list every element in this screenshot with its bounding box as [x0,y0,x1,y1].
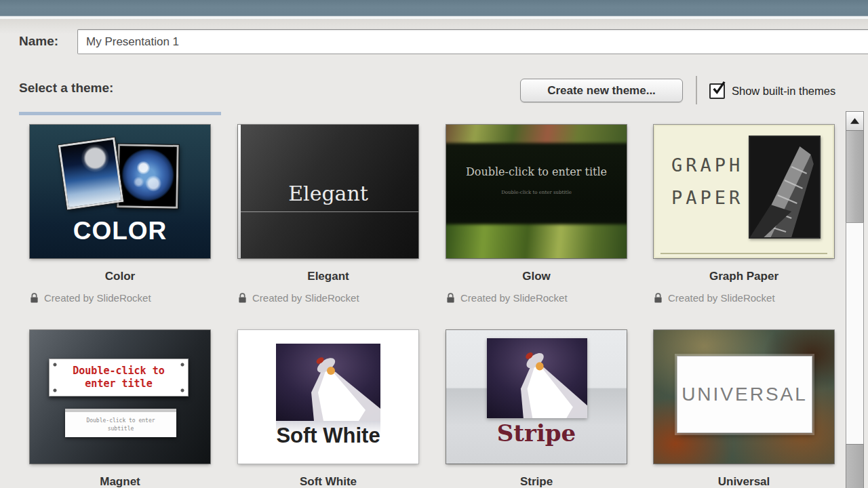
lock-icon [238,293,247,304]
byline-text: Created by SlideRocket [44,292,151,304]
window-top-bar [0,0,868,16]
theme-byline: Created by SlideRocket [446,292,627,304]
graph-line1: GRAPH [671,149,743,182]
theme-card-soft-white[interactable]: Soft White Soft White [238,330,418,488]
theme-card-glow[interactable]: Double-click to enter title Double-click… [446,125,627,304]
theme-card-color[interactable]: COLOR Color Created by SlideRocket [30,125,210,304]
rocket-photo [276,344,380,421]
theme-title: Elegant [238,270,418,283]
graph-paper-art-text: GRAPH PAPER [671,149,743,214]
universal-art-text: UNIVERSAL [682,384,808,405]
theme-thumbnail-glow[interactable]: Double-click to enter title Double-click… [446,125,627,258]
lock-icon [446,293,455,304]
theme-card-stripe[interactable]: Stripe Stripe [446,330,627,488]
show-builtin-row[interactable]: Show built-in themes [709,82,835,100]
byline-text: Created by SlideRocket [252,292,359,304]
header-divider [696,76,697,104]
color-art-text: COLOR [30,217,210,245]
tower-illustration [750,137,819,237]
theme-thumbnail-elegant[interactable]: Elegant [238,125,418,258]
glow-art-title: Double-click to enter title [446,165,627,178]
rocket-illustration [487,338,587,418]
rocket-illustration [276,344,380,421]
theme-card-magnet[interactable]: Double-click to enter title Double-click… [30,330,210,488]
theme-title: Universal [654,475,834,488]
byline-text: Created by SlideRocket [668,292,775,304]
moon-photo [58,138,124,210]
theme-thumbnail-soft-white[interactable]: Soft White [238,330,418,464]
magnet-art-title: Double-click to enter title [49,359,189,396]
theme-card-elegant[interactable]: Elegant Elegant Created by SlideRocket [238,125,418,304]
selected-tab-underline [19,112,221,115]
theme-title: Color [30,270,210,283]
glow-top-foliage [446,125,627,143]
elegant-art-text: Elegant [238,182,418,205]
theme-list-scrollbar[interactable] [846,111,864,488]
theme-thumbnail-color[interactable]: COLOR [30,125,210,258]
theme-thumbnail-magnet[interactable]: Double-click to enter title Double-click… [30,330,210,464]
checkmark-icon [711,81,726,96]
soft-white-art-text: Soft White [238,424,418,448]
create-new-theme-button[interactable]: Create new theme... [520,79,683,102]
theme-byline: Created by SlideRocket [654,292,834,304]
theme-thumbnail-stripe[interactable]: Stripe [446,330,627,464]
theme-title: Magnet [30,475,210,488]
scrollbar-track-lower[interactable] [846,444,864,488]
theme-title: Soft White [238,475,418,488]
scrollbar-track[interactable] [846,222,864,445]
universal-art-box: UNIVERSAL [677,356,812,433]
show-builtin-label: Show built-in themes [732,85,835,98]
show-builtin-checkbox[interactable] [709,83,725,99]
theme-card-graph-paper[interactable]: GRAPH PAPER [654,125,834,304]
glow-bottom-foliage [446,224,627,258]
eiffel-tower-photo [749,136,821,239]
stripe-art-text: Stripe [446,420,627,447]
theme-title: Glow [446,270,627,283]
name-label: Name: [19,34,58,49]
earth-photo [117,144,179,209]
scroll-up-button[interactable] [846,111,864,131]
theme-thumbnail-graph-paper[interactable]: GRAPH PAPER [654,125,834,258]
elegant-rule [241,211,418,212]
theme-card-universal[interactable]: UNIVERSAL Universal [654,330,834,488]
graph-line2: PAPER [671,182,743,214]
theme-byline: Created by SlideRocket [30,292,210,304]
rocket-photo [487,338,587,418]
lock-icon [30,293,39,304]
presentation-name-input[interactable] [77,29,868,54]
theme-title: Graph Paper [654,270,834,283]
lock-icon [654,293,663,304]
up-arrow-icon [850,118,859,124]
theme-byline: Created by SlideRocket [238,292,418,304]
new-presentation-dialog: Name: Select a theme: Create new theme..… [0,0,868,488]
scrollbar-thumb[interactable] [846,130,864,223]
select-theme-heading: Select a theme: [19,81,113,96]
theme-thumbnail-universal[interactable]: UNIVERSAL [654,330,834,464]
glow-art-subtitle: Double-click to enter subtitle [446,190,627,195]
graph-paper-rule [660,253,827,254]
theme-title: Stripe [446,475,627,488]
byline-text: Created by SlideRocket [460,292,568,304]
magnet-art-subtitle: Double-click to enter subtitle [65,409,176,437]
